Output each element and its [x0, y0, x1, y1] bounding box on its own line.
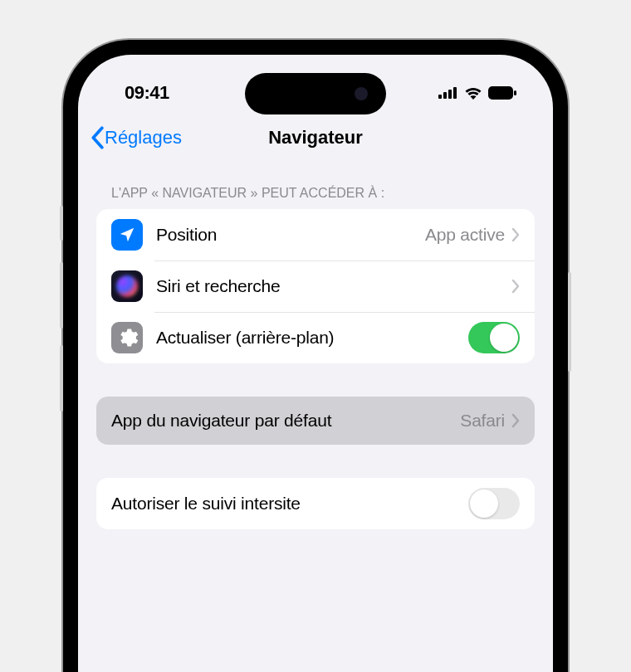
svg-rect-5	[514, 90, 516, 95]
svg-rect-4	[488, 86, 513, 100]
toggle-knob	[490, 324, 518, 352]
list-group-access: Position App active Siri et recherche	[96, 209, 535, 363]
svg-rect-1	[443, 92, 447, 99]
power-button	[568, 272, 571, 372]
screen: 09:41	[78, 55, 553, 672]
row-label: App du navigateur par défaut	[111, 411, 460, 431]
svg-rect-2	[448, 90, 452, 99]
gear-icon	[111, 322, 143, 353]
row-siri[interactable]: Siri et recherche	[96, 261, 535, 312]
location-icon	[111, 219, 143, 251]
wifi-icon	[464, 86, 482, 100]
row-value: Safari	[460, 411, 505, 431]
mute-switch	[60, 206, 63, 241]
toggle-knob	[470, 489, 498, 518]
row-label: Siri et recherche	[156, 276, 511, 296]
phone-frame: 09:41	[63, 40, 568, 672]
section-header-access: L'app « Navigateur » peut accéder à :	[96, 163, 535, 209]
battery-icon	[488, 86, 516, 100]
row-location[interactable]: Position App active	[96, 209, 535, 261]
page-title: Navigateur	[268, 127, 363, 149]
row-cross-site-tracking[interactable]: Autoriser le suivi intersite	[96, 478, 535, 529]
back-label: Réglages	[105, 127, 182, 149]
nav-bar: Réglages Navigateur	[78, 110, 553, 163]
volume-up-button	[60, 262, 63, 329]
volume-down-button	[60, 345, 63, 411]
list-group-cross-site: Autoriser le suivi intersite	[96, 478, 535, 529]
row-label: Actualiser (arrière-plan)	[156, 328, 468, 348]
toggle-background-refresh[interactable]	[468, 322, 520, 353]
chevron-right-icon	[511, 227, 520, 242]
row-label: Position	[156, 225, 425, 245]
row-background-refresh[interactable]: Actualiser (arrière-plan)	[96, 312, 535, 363]
status-icons	[438, 86, 516, 100]
row-label: Autoriser le suivi intersite	[111, 494, 468, 514]
toggle-cross-site-tracking[interactable]	[468, 488, 520, 519]
siri-icon	[111, 270, 143, 302]
svg-rect-0	[438, 95, 442, 99]
list-group-default-browser: App du navigateur par défaut Safari	[96, 397, 535, 445]
chevron-right-icon	[511, 279, 520, 294]
status-time: 09:41	[125, 82, 169, 104]
cellular-icon	[438, 87, 458, 99]
back-button[interactable]: Réglages	[90, 126, 182, 149]
front-camera	[355, 87, 368, 100]
dynamic-island	[245, 73, 386, 114]
row-value: App active	[425, 225, 505, 245]
row-default-browser[interactable]: App du navigateur par défaut Safari	[96, 397, 535, 445]
svg-rect-3	[453, 87, 457, 99]
chevron-left-icon	[90, 126, 105, 149]
chevron-right-icon	[511, 413, 520, 428]
